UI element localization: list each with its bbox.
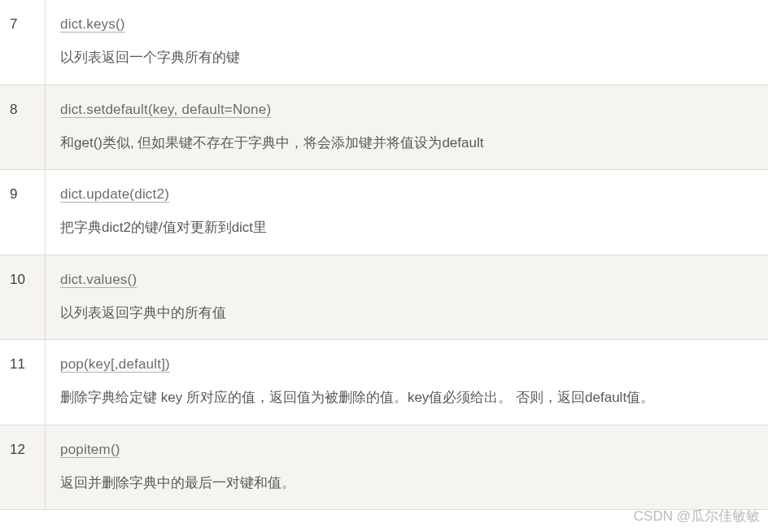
row-content: dict.keys() 以列表返回一个字典所有的键 (46, 0, 768, 85)
method-description: 和get()类似, 但如果键不存在于字典中，将会添加键并将值设为default (60, 133, 755, 154)
table-row: 12 popitem() 返回并删除字典中的最后一对键和值。 (0, 425, 768, 511)
table-row: 8 dict.setdefault(key, default=None) 和ge… (0, 85, 768, 171)
method-link[interactable]: dict.keys() (60, 16, 125, 32)
row-number: 11 (0, 340, 46, 425)
method-link[interactable]: dict.values() (60, 272, 137, 287)
method-link[interactable]: popitem() (60, 442, 120, 457)
row-content: dict.update(dict2) 把字典dict2的键/值对更新到dict里 (46, 170, 768, 255)
table-row: 10 dict.values() 以列表返回字典中的所有值 (0, 255, 768, 341)
table-row: 9 dict.update(dict2) 把字典dict2的键/值对更新到dic… (0, 170, 768, 255)
method-description: 把字典dict2的键/值对更新到dict里 (60, 217, 755, 238)
row-number: 10 (0, 255, 46, 340)
table-row: 11 pop(key[,default]) 删除字典给定键 key 所对应的值，… (0, 340, 768, 425)
method-description: 返回并删除字典中的最后一对键和值。 (60, 473, 755, 494)
row-content: popitem() 返回并删除字典中的最后一对键和值。 (46, 425, 768, 510)
table-row: 7 dict.keys() 以列表返回一个字典所有的键 (0, 0, 768, 85)
row-content: dict.values() 以列表返回字典中的所有值 (46, 255, 768, 340)
row-number: 9 (0, 170, 46, 255)
method-description: 以列表返回字典中的所有值 (60, 303, 755, 324)
method-description: 删除字典给定键 key 所对应的值，返回值为被删除的值。key值必须给出。 否则… (60, 387, 755, 408)
method-link[interactable]: pop(key[,default]) (60, 356, 170, 372)
row-number: 12 (0, 425, 46, 510)
method-link[interactable]: dict.setdefault(key, default=None) (60, 102, 271, 117)
row-content: dict.setdefault(key, default=None) 和get(… (46, 85, 768, 170)
row-number: 8 (0, 85, 46, 170)
methods-table: 7 dict.keys() 以列表返回一个字典所有的键 8 dict.setde… (0, 0, 768, 510)
row-content: pop(key[,default]) 删除字典给定键 key 所对应的值，返回值… (46, 340, 768, 425)
row-number: 7 (0, 0, 46, 85)
method-link[interactable]: dict.update(dict2) (60, 186, 169, 202)
method-description: 以列表返回一个字典所有的键 (60, 47, 755, 68)
